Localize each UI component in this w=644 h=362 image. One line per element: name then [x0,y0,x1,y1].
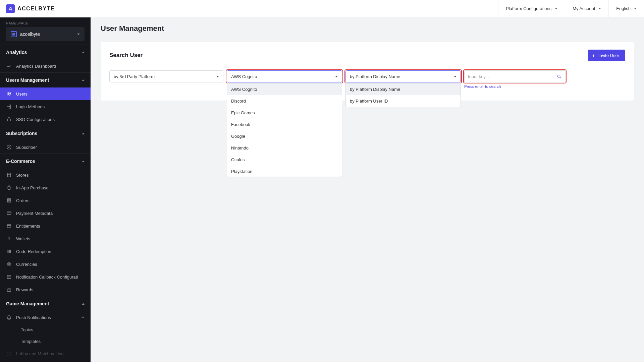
svg-rect-2 [7,119,10,121]
barcode-icon [6,248,12,254]
language-menu[interactable]: English [608,0,644,17]
sidebar-item-stores[interactable]: Stores [0,169,91,181]
login-icon [6,104,12,110]
chevron-down-icon [598,8,601,9]
section-game-management[interactable]: Game Management [0,296,91,311]
sidebar-item-sso-configurations[interactable]: SSO Configurations [0,113,91,126]
sidebar-item-label: SSO Configurations [16,117,55,122]
caret-up-icon [82,133,85,134]
sidebar-item-label: Push Notifications [16,315,51,320]
sidebar-item-subscriber[interactable]: Subscriber [0,141,91,154]
bell-icon [6,314,12,320]
search-by-dropdown-list: by Platform Display Name by Platform Use… [345,83,461,107]
chart-icon [6,63,12,69]
platform-option[interactable]: AWS Cognito [227,83,342,95]
chevron-down-icon [555,8,557,9]
sidebar-item-login-methods[interactable]: Login Methods [0,100,91,113]
logo-text: ACCELBYTE [17,6,55,12]
svg-rect-5 [7,212,11,215]
svg-rect-6 [7,225,11,228]
logo[interactable]: A ACCELBYTE [0,0,69,17]
caret-up-icon [81,316,85,319]
my-account-menu[interactable]: My Account [565,0,608,17]
sidebar-item-label: Users [16,92,28,97]
svg-point-1 [10,93,11,94]
chevron-down-icon [335,76,338,77]
chevron-down-icon [634,8,637,9]
caret-up-icon [82,52,85,53]
invite-user-label: Invite User [598,53,619,58]
box-icon [6,223,12,229]
search-by-option[interactable]: by Platform Display Name [346,83,461,95]
dollar-icon [6,236,12,242]
search-input[interactable] [468,74,557,79]
search-type-value: by 3rd Party Platform [114,74,155,79]
sidebar-item-notification-callback[interactable]: Notification Callback Configurati [0,270,91,283]
invite-user-button[interactable]: + Invite User [588,50,625,61]
logo-mark-icon: A [6,4,15,13]
section-analytics[interactable]: Analytics [0,45,91,60]
check-circle-icon [6,144,12,150]
bag-icon [6,185,12,191]
my-account-label: My Account [573,6,595,11]
users-icon [6,91,12,97]
platform-option[interactable]: Playstation [227,166,342,177]
receipt-icon [6,197,12,203]
section-subscriptions[interactable]: Subscriptions [0,126,91,141]
search-by-option[interactable]: by Platform User ID [346,95,461,107]
sidebar-item-label: Subscriber [16,145,37,150]
section-users-management[interactable]: Users Management [0,72,91,87]
chevron-down-icon [454,76,457,77]
sidebar-item-lobby-matchmaking[interactable]: Lobby and Matchmaking [0,347,91,360]
sidebar-item-payment-metadata[interactable]: Payment Metadata [0,207,91,220]
platform-dropdown[interactable]: AWS Cognito AWS Cognito Discord Epic Gam… [227,70,342,82]
section-ecommerce[interactable]: E-Commerce [0,154,91,169]
sidebar-item-code-redemption[interactable]: Code Redemption [0,245,91,258]
platform-dropdown-list: AWS Cognito Discord Epic Games Facebook … [227,83,342,177]
sidebar-subitem-topics[interactable]: Topics [0,324,91,336]
sidebar-item-analytics-dashboard[interactable]: Analytics Dashboard [0,60,91,72]
platform-configurations-menu[interactable]: Platform Configurations [498,0,565,17]
search-type-dropdown[interactable]: by 3rd Party Platform [109,70,223,82]
sidebar-item-users[interactable]: Users [0,87,91,100]
platform-option[interactable]: Facebook [227,119,342,130]
page-title: User Management [91,17,644,42]
search-by-dropdown[interactable]: by Platform Display Name by Platform Dis… [345,70,461,82]
sidebar-item-currencies[interactable]: Currencies [0,258,91,270]
platform-option[interactable]: Google [227,130,342,142]
sidebar-item-rewards[interactable]: Rewards [0,283,91,296]
section-ecommerce-label: E-Commerce [6,159,35,164]
caret-up-icon [82,79,85,81]
sidebar-item-orders[interactable]: Orders [0,194,91,207]
sidebar-subitem-templates[interactable]: Templates [0,336,91,347]
platform-option[interactable]: Oculus [227,154,342,166]
namespace-selector[interactable]: accelbyte [6,27,85,41]
sidebar-item-in-app-purchase[interactable]: In-App Purchase [0,181,91,194]
search-hint: Press enter to search [464,84,566,88]
sidebar-item-label: Code Redemption [16,249,51,254]
callback-icon [6,274,12,280]
sidebar-item-label: Payment Metadata [16,211,53,216]
lock-icon [6,116,12,122]
sidebar-item-label: Entitlements [16,224,40,229]
sidebar-item-label: Wallets [16,236,30,241]
namespace-value: accelbyte [20,32,74,37]
sidebar-item-wallets[interactable]: Wallets [0,232,91,245]
sidebar-item-entitlements[interactable]: Entitlements [0,220,91,232]
top-header: A ACCELBYTE Platform Configurations My A… [0,0,644,17]
search-input-box[interactable] [464,70,566,82]
sidebar-item-label: Login Methods [16,104,45,109]
card-icon [6,210,12,216]
language-label: English [616,6,631,11]
platform-value: AWS Cognito [231,74,257,79]
sidebar-item-label: Rewards [16,287,33,292]
caret-up-icon [82,303,85,305]
sidebar-item-push-notifications[interactable]: Push Notifications [0,311,91,324]
search-icon [557,74,562,79]
platform-option[interactable]: Discord [227,95,342,107]
main-content: User Management Search User + Invite Use… [91,0,644,362]
svg-point-10 [558,75,560,77]
sidebar-item-label: In-App Purchase [16,185,49,190]
platform-option[interactable]: Epic Games [227,107,342,119]
platform-option[interactable]: Nintendo [227,142,342,154]
